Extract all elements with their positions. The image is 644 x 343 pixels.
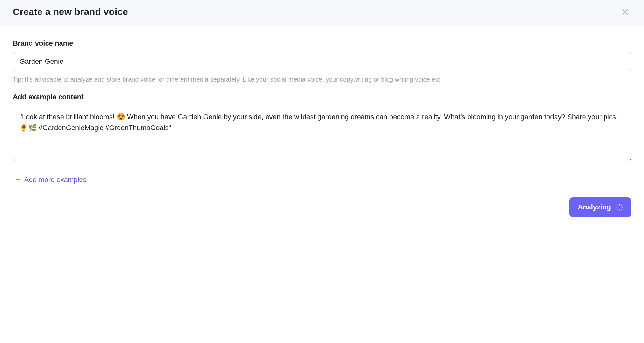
add-more-examples-button[interactable]: + Add more examples [13, 171, 90, 188]
close-icon [621, 8, 629, 16]
analyze-button[interactable]: Analyzing [569, 197, 631, 217]
modal-title: Create a new brand voice [13, 6, 128, 17]
brand-voice-name-input[interactable] [13, 52, 631, 71]
modal-footer: Analyzing [0, 188, 644, 230]
modal-content: Brand voice name Tip: It's advisable to … [0, 26, 644, 188]
brand-voice-name-field: Brand voice name Tip: It's advisable to … [13, 39, 631, 84]
plus-icon: + [16, 176, 20, 184]
analyze-button-label: Analyzing [578, 203, 611, 211]
brand-voice-name-label: Brand voice name [13, 39, 631, 47]
modal-header: Create a new brand voice [0, 0, 644, 26]
close-button[interactable] [619, 6, 631, 18]
example-content-textarea[interactable] [13, 106, 631, 161]
add-more-examples-label: Add more examples [24, 176, 87, 184]
spinner-icon [616, 204, 623, 211]
brand-voice-name-tip: Tip: It's advisable to analyze and store… [13, 75, 631, 84]
example-content-field: Add example content [13, 93, 631, 162]
example-content-label: Add example content [13, 93, 631, 101]
